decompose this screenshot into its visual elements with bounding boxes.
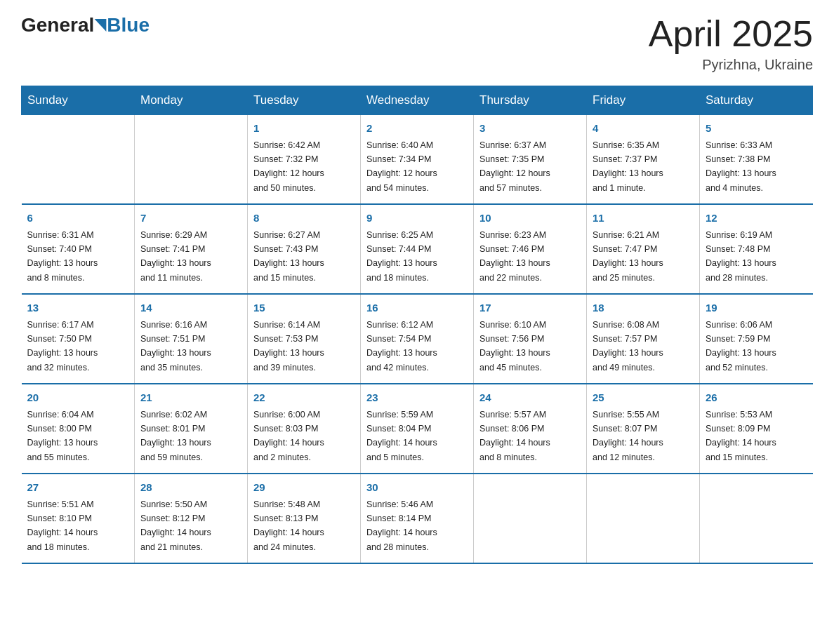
- day-info: Sunrise: 6:10 AMSunset: 7:56 PMDaylight:…: [479, 320, 550, 373]
- calendar-cell: [700, 474, 813, 563]
- day-info: Sunrise: 5:55 AMSunset: 8:07 PMDaylight:…: [593, 410, 663, 462]
- calendar-cell: 14Sunrise: 6:16 AMSunset: 7:51 PMDayligh…: [135, 294, 248, 384]
- calendar-cell: 4Sunrise: 6:35 AMSunset: 7:37 PMDaylight…: [587, 115, 700, 205]
- calendar-cell: 2Sunrise: 6:40 AMSunset: 7:34 PMDaylight…: [361, 115, 474, 205]
- day-number: 27: [27, 480, 129, 496]
- logo-general-text: General: [21, 14, 94, 36]
- calendar-cell: 28Sunrise: 5:50 AMSunset: 8:12 PMDayligh…: [135, 474, 248, 563]
- day-number: 26: [706, 390, 807, 406]
- day-number: 10: [479, 210, 581, 227]
- day-of-week-saturday: Saturday: [700, 86, 813, 115]
- day-number: 14: [140, 300, 241, 316]
- day-number: 7: [140, 210, 241, 227]
- day-number: 17: [479, 300, 581, 316]
- day-number: 23: [366, 390, 468, 406]
- day-info: Sunrise: 6:21 AMSunset: 7:47 PMDaylight:…: [593, 230, 663, 283]
- day-number: 15: [253, 300, 355, 316]
- day-info: Sunrise: 6:31 AMSunset: 7:40 PMDaylight:…: [27, 230, 98, 283]
- day-info: Sunrise: 6:00 AMSunset: 8:03 PMDaylight:…: [253, 410, 324, 462]
- day-number: 21: [140, 390, 241, 406]
- calendar-cell: 18Sunrise: 6:08 AMSunset: 7:57 PMDayligh…: [587, 294, 700, 384]
- day-of-week-friday: Friday: [587, 86, 700, 115]
- day-number: 24: [479, 390, 581, 406]
- calendar-cell: 29Sunrise: 5:48 AMSunset: 8:13 PMDayligh…: [248, 474, 361, 563]
- calendar-week-row: 13Sunrise: 6:17 AMSunset: 7:50 PMDayligh…: [22, 294, 813, 384]
- day-info: Sunrise: 6:02 AMSunset: 8:01 PMDaylight:…: [140, 410, 211, 462]
- calendar-table: SundayMondayTuesdayWednesdayThursdayFrid…: [21, 86, 813, 564]
- calendar-cell: 23Sunrise: 5:59 AMSunset: 8:04 PMDayligh…: [361, 384, 474, 474]
- day-number: 16: [366, 300, 468, 316]
- day-info: Sunrise: 6:08 AMSunset: 7:57 PMDaylight:…: [593, 320, 663, 373]
- calendar-cell: [135, 115, 248, 205]
- day-number: 28: [140, 480, 241, 496]
- day-info: Sunrise: 6:12 AMSunset: 7:54 PMDaylight:…: [366, 320, 437, 373]
- day-info: Sunrise: 6:35 AMSunset: 7:37 PMDaylight:…: [593, 140, 663, 193]
- day-number: 9: [366, 210, 468, 227]
- calendar-cell: 19Sunrise: 6:06 AMSunset: 7:59 PMDayligh…: [700, 294, 813, 384]
- day-info: Sunrise: 5:50 AMSunset: 8:12 PMDaylight:…: [140, 499, 211, 552]
- day-info: Sunrise: 5:53 AMSunset: 8:09 PMDaylight:…: [706, 410, 776, 462]
- day-number: 6: [27, 210, 129, 227]
- day-number: 30: [366, 480, 468, 496]
- calendar-cell: 24Sunrise: 5:57 AMSunset: 8:06 PMDayligh…: [474, 384, 587, 474]
- calendar-cell: [22, 115, 135, 205]
- calendar-cell: 8Sunrise: 6:27 AMSunset: 7:43 PMDaylight…: [248, 204, 361, 294]
- calendar-cell: [587, 474, 700, 563]
- day-of-week-thursday: Thursday: [474, 86, 587, 115]
- calendar-cell: 21Sunrise: 6:02 AMSunset: 8:01 PMDayligh…: [135, 384, 248, 474]
- calendar-week-row: 27Sunrise: 5:51 AMSunset: 8:10 PMDayligh…: [22, 474, 813, 563]
- day-number: 2: [366, 121, 468, 137]
- day-number: 3: [479, 121, 581, 137]
- day-of-week-sunday: Sunday: [22, 86, 135, 115]
- day-number: 20: [27, 390, 129, 406]
- calendar-cell: 17Sunrise: 6:10 AMSunset: 7:56 PMDayligh…: [474, 294, 587, 384]
- day-number: 29: [253, 480, 355, 496]
- calendar-cell: 10Sunrise: 6:23 AMSunset: 7:46 PMDayligh…: [474, 204, 587, 294]
- calendar-cell: 3Sunrise: 6:37 AMSunset: 7:35 PMDaylight…: [474, 115, 587, 205]
- day-number: 19: [706, 300, 807, 316]
- day-info: Sunrise: 5:51 AMSunset: 8:10 PMDaylight:…: [27, 499, 98, 552]
- logo: General Blue: [21, 14, 150, 36]
- day-info: Sunrise: 6:23 AMSunset: 7:46 PMDaylight:…: [479, 230, 550, 283]
- day-number: 25: [593, 390, 694, 406]
- day-info: Sunrise: 6:14 AMSunset: 7:53 PMDaylight:…: [253, 320, 324, 373]
- title-section: April 2025 Pyrizhna, Ukraine: [649, 14, 813, 73]
- day-number: 8: [253, 210, 355, 227]
- day-info: Sunrise: 5:57 AMSunset: 8:06 PMDaylight:…: [479, 410, 550, 462]
- day-info: Sunrise: 5:46 AMSunset: 8:14 PMDaylight:…: [366, 499, 437, 552]
- calendar-week-row: 20Sunrise: 6:04 AMSunset: 8:00 PMDayligh…: [22, 384, 813, 474]
- calendar-cell: 13Sunrise: 6:17 AMSunset: 7:50 PMDayligh…: [22, 294, 135, 384]
- day-info: Sunrise: 6:16 AMSunset: 7:51 PMDaylight:…: [140, 320, 211, 373]
- day-info: Sunrise: 6:04 AMSunset: 8:00 PMDaylight:…: [27, 410, 98, 462]
- day-info: Sunrise: 6:06 AMSunset: 7:59 PMDaylight:…: [706, 320, 776, 373]
- month-title: April 2025: [649, 14, 813, 54]
- calendar-cell: 25Sunrise: 5:55 AMSunset: 8:07 PMDayligh…: [587, 384, 700, 474]
- calendar-cell: 11Sunrise: 6:21 AMSunset: 7:47 PMDayligh…: [587, 204, 700, 294]
- calendar-week-row: 1Sunrise: 6:42 AMSunset: 7:32 PMDaylight…: [22, 115, 813, 205]
- day-number: 5: [706, 121, 807, 137]
- day-info: Sunrise: 6:33 AMSunset: 7:38 PMDaylight:…: [706, 140, 776, 193]
- day-info: Sunrise: 6:40 AMSunset: 7:34 PMDaylight:…: [366, 140, 437, 193]
- calendar-cell: 9Sunrise: 6:25 AMSunset: 7:44 PMDaylight…: [361, 204, 474, 294]
- calendar-cell: 15Sunrise: 6:14 AMSunset: 7:53 PMDayligh…: [248, 294, 361, 384]
- calendar-cell: 7Sunrise: 6:29 AMSunset: 7:41 PMDaylight…: [135, 204, 248, 294]
- day-info: Sunrise: 6:37 AMSunset: 7:35 PMDaylight:…: [479, 140, 550, 193]
- calendar-cell: 26Sunrise: 5:53 AMSunset: 8:09 PMDayligh…: [700, 384, 813, 474]
- day-of-week-monday: Monday: [135, 86, 248, 115]
- calendar-cell: 16Sunrise: 6:12 AMSunset: 7:54 PMDayligh…: [361, 294, 474, 384]
- day-number: 13: [27, 300, 129, 316]
- day-number: 4: [593, 121, 694, 137]
- page-header: General Blue April 2025 Pyrizhna, Ukrain…: [21, 14, 813, 73]
- location-text: Pyrizhna, Ukraine: [649, 57, 813, 73]
- day-of-week-wednesday: Wednesday: [361, 86, 474, 115]
- calendar-cell: 1Sunrise: 6:42 AMSunset: 7:32 PMDaylight…: [248, 115, 361, 205]
- calendar-cell: 6Sunrise: 6:31 AMSunset: 7:40 PMDaylight…: [22, 204, 135, 294]
- day-info: Sunrise: 6:19 AMSunset: 7:48 PMDaylight:…: [706, 230, 776, 283]
- day-of-week-tuesday: Tuesday: [248, 86, 361, 115]
- day-info: Sunrise: 6:29 AMSunset: 7:41 PMDaylight:…: [140, 230, 211, 283]
- day-number: 11: [593, 210, 694, 227]
- calendar-header-row: SundayMondayTuesdayWednesdayThursdayFrid…: [22, 86, 813, 115]
- calendar-cell: 22Sunrise: 6:00 AMSunset: 8:03 PMDayligh…: [248, 384, 361, 474]
- day-info: Sunrise: 6:17 AMSunset: 7:50 PMDaylight:…: [27, 320, 98, 373]
- calendar-cell: [474, 474, 587, 563]
